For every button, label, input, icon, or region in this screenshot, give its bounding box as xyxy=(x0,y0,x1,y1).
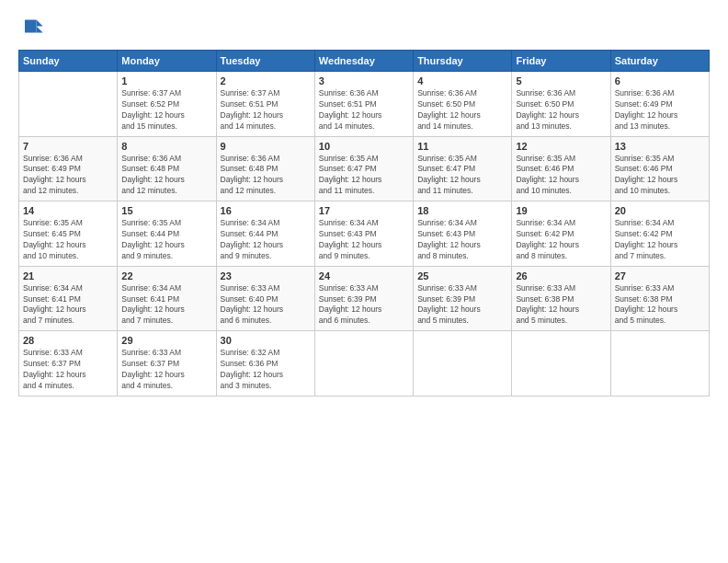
logo xyxy=(18,15,48,40)
day-cell: 30Sunrise: 6:32 AM Sunset: 6:36 PM Dayli… xyxy=(216,331,314,396)
week-row-1: 1Sunrise: 6:37 AM Sunset: 6:52 PM Daylig… xyxy=(19,72,710,137)
day-number: 1 xyxy=(121,75,211,86)
day-number: 14 xyxy=(23,205,113,216)
day-cell xyxy=(610,331,709,396)
header-day-friday: Friday xyxy=(512,51,610,72)
day-cell: 10Sunrise: 6:35 AM Sunset: 6:47 PM Dayli… xyxy=(314,136,413,201)
day-cell: 26Sunrise: 6:33 AM Sunset: 6:38 PM Dayli… xyxy=(512,266,610,331)
day-number: 3 xyxy=(319,75,409,86)
week-row-5: 28Sunrise: 6:33 AM Sunset: 6:37 PM Dayli… xyxy=(19,331,710,396)
day-info: Sunrise: 6:34 AM Sunset: 6:43 PM Dayligh… xyxy=(319,218,409,262)
svg-marker-0 xyxy=(37,20,43,27)
day-info: Sunrise: 6:35 AM Sunset: 6:47 PM Dayligh… xyxy=(417,154,507,198)
day-info: Sunrise: 6:36 AM Sunset: 6:50 PM Dayligh… xyxy=(516,88,606,132)
day-cell: 7Sunrise: 6:36 AM Sunset: 6:49 PM Daylig… xyxy=(19,136,118,201)
day-info: Sunrise: 6:36 AM Sunset: 6:51 PM Dayligh… xyxy=(319,88,409,132)
day-info: Sunrise: 6:33 AM Sunset: 6:38 PM Dayligh… xyxy=(516,283,606,327)
day-cell: 3Sunrise: 6:36 AM Sunset: 6:51 PM Daylig… xyxy=(314,72,413,137)
day-info: Sunrise: 6:34 AM Sunset: 6:41 PM Dayligh… xyxy=(121,283,211,327)
day-info: Sunrise: 6:36 AM Sunset: 6:49 PM Dayligh… xyxy=(23,154,113,198)
day-cell: 14Sunrise: 6:35 AM Sunset: 6:45 PM Dayli… xyxy=(19,201,118,267)
header xyxy=(18,15,710,40)
page: SundayMondayTuesdayWednesdayThursdayFrid… xyxy=(0,0,728,563)
day-cell: 1Sunrise: 6:37 AM Sunset: 6:52 PM Daylig… xyxy=(118,72,216,137)
day-cell: 9Sunrise: 6:36 AM Sunset: 6:48 PM Daylig… xyxy=(216,136,314,201)
svg-marker-1 xyxy=(37,27,43,33)
day-cell: 21Sunrise: 6:34 AM Sunset: 6:41 PM Dayli… xyxy=(19,266,118,331)
day-info: Sunrise: 6:36 AM Sunset: 6:48 PM Dayligh… xyxy=(121,154,211,198)
day-number: 6 xyxy=(615,75,705,86)
day-info: Sunrise: 6:33 AM Sunset: 6:37 PM Dayligh… xyxy=(121,348,211,392)
day-cell: 28Sunrise: 6:33 AM Sunset: 6:37 PM Dayli… xyxy=(19,331,118,396)
day-info: Sunrise: 6:34 AM Sunset: 6:43 PM Dayligh… xyxy=(417,218,507,262)
calendar-table: SundayMondayTuesdayWednesdayThursdayFrid… xyxy=(18,50,710,396)
day-info: Sunrise: 6:34 AM Sunset: 6:42 PM Dayligh… xyxy=(615,218,705,262)
day-number: 16 xyxy=(221,205,311,216)
day-info: Sunrise: 6:37 AM Sunset: 6:51 PM Dayligh… xyxy=(221,88,311,132)
day-info: Sunrise: 6:33 AM Sunset: 6:37 PM Dayligh… xyxy=(23,348,113,392)
header-day-saturday: Saturday xyxy=(610,51,709,72)
day-number: 8 xyxy=(121,141,211,152)
day-number: 21 xyxy=(23,270,113,282)
header-day-sunday: Sunday xyxy=(19,51,118,72)
day-cell: 20Sunrise: 6:34 AM Sunset: 6:42 PM Dayli… xyxy=(610,201,709,267)
day-cell: 13Sunrise: 6:35 AM Sunset: 6:46 PM Dayli… xyxy=(610,136,709,201)
header-row: SundayMondayTuesdayWednesdayThursdayFrid… xyxy=(19,51,710,72)
day-number: 15 xyxy=(121,205,211,216)
header-day-wednesday: Wednesday xyxy=(314,51,413,72)
day-cell: 25Sunrise: 6:33 AM Sunset: 6:39 PM Dayli… xyxy=(414,266,512,331)
day-number: 19 xyxy=(516,205,606,216)
day-cell: 24Sunrise: 6:33 AM Sunset: 6:39 PM Dayli… xyxy=(314,266,413,331)
day-number: 2 xyxy=(221,75,311,86)
day-cell: 18Sunrise: 6:34 AM Sunset: 6:43 PM Dayli… xyxy=(414,201,512,267)
header-day-monday: Monday xyxy=(118,51,216,72)
day-info: Sunrise: 6:35 AM Sunset: 6:46 PM Dayligh… xyxy=(516,154,606,198)
day-cell xyxy=(19,72,118,137)
week-row-3: 14Sunrise: 6:35 AM Sunset: 6:45 PM Dayli… xyxy=(19,201,710,267)
day-number: 17 xyxy=(319,205,409,216)
header-day-tuesday: Tuesday xyxy=(216,51,314,72)
day-info: Sunrise: 6:35 AM Sunset: 6:44 PM Dayligh… xyxy=(121,218,211,262)
day-number: 22 xyxy=(121,270,211,282)
week-row-2: 7Sunrise: 6:36 AM Sunset: 6:49 PM Daylig… xyxy=(19,136,710,201)
day-cell: 17Sunrise: 6:34 AM Sunset: 6:43 PM Dayli… xyxy=(314,201,413,267)
day-info: Sunrise: 6:33 AM Sunset: 6:38 PM Dayligh… xyxy=(615,283,705,327)
day-number: 10 xyxy=(319,141,409,152)
day-info: Sunrise: 6:35 AM Sunset: 6:47 PM Dayligh… xyxy=(319,154,409,198)
day-cell xyxy=(414,331,512,396)
logo-icon xyxy=(18,15,44,40)
day-cell: 4Sunrise: 6:36 AM Sunset: 6:50 PM Daylig… xyxy=(414,72,512,137)
day-info: Sunrise: 6:32 AM Sunset: 6:36 PM Dayligh… xyxy=(221,348,311,392)
day-cell: 2Sunrise: 6:37 AM Sunset: 6:51 PM Daylig… xyxy=(216,72,314,137)
day-cell: 19Sunrise: 6:34 AM Sunset: 6:42 PM Dayli… xyxy=(512,201,610,267)
day-number: 18 xyxy=(417,205,507,216)
day-info: Sunrise: 6:34 AM Sunset: 6:44 PM Dayligh… xyxy=(221,218,311,262)
day-cell: 8Sunrise: 6:36 AM Sunset: 6:48 PM Daylig… xyxy=(118,136,216,201)
day-number: 20 xyxy=(615,205,705,216)
day-number: 27 xyxy=(615,270,705,282)
day-cell: 5Sunrise: 6:36 AM Sunset: 6:50 PM Daylig… xyxy=(512,72,610,137)
day-info: Sunrise: 6:33 AM Sunset: 6:39 PM Dayligh… xyxy=(417,283,507,327)
day-cell: 29Sunrise: 6:33 AM Sunset: 6:37 PM Dayli… xyxy=(118,331,216,396)
day-info: Sunrise: 6:33 AM Sunset: 6:40 PM Dayligh… xyxy=(221,283,311,327)
day-number: 25 xyxy=(417,270,507,282)
day-cell: 15Sunrise: 6:35 AM Sunset: 6:44 PM Dayli… xyxy=(118,201,216,267)
day-cell: 16Sunrise: 6:34 AM Sunset: 6:44 PM Dayli… xyxy=(216,201,314,267)
day-info: Sunrise: 6:33 AM Sunset: 6:39 PM Dayligh… xyxy=(319,283,409,327)
day-cell: 22Sunrise: 6:34 AM Sunset: 6:41 PM Dayli… xyxy=(118,266,216,331)
day-info: Sunrise: 6:36 AM Sunset: 6:50 PM Dayligh… xyxy=(417,88,507,132)
day-number: 29 xyxy=(121,335,211,346)
day-info: Sunrise: 6:34 AM Sunset: 6:41 PM Dayligh… xyxy=(23,283,113,327)
day-number: 28 xyxy=(23,335,113,346)
day-number: 12 xyxy=(516,141,606,152)
week-row-4: 21Sunrise: 6:34 AM Sunset: 6:41 PM Dayli… xyxy=(19,266,710,331)
day-info: Sunrise: 6:36 AM Sunset: 6:48 PM Dayligh… xyxy=(221,154,311,198)
day-info: Sunrise: 6:35 AM Sunset: 6:46 PM Dayligh… xyxy=(615,154,705,198)
day-number: 13 xyxy=(615,141,705,152)
svg-rect-2 xyxy=(25,20,37,33)
day-number: 24 xyxy=(319,270,409,282)
day-number: 9 xyxy=(221,141,311,152)
day-cell: 11Sunrise: 6:35 AM Sunset: 6:47 PM Dayli… xyxy=(414,136,512,201)
day-info: Sunrise: 6:35 AM Sunset: 6:45 PM Dayligh… xyxy=(23,218,113,262)
day-info: Sunrise: 6:34 AM Sunset: 6:42 PM Dayligh… xyxy=(516,218,606,262)
